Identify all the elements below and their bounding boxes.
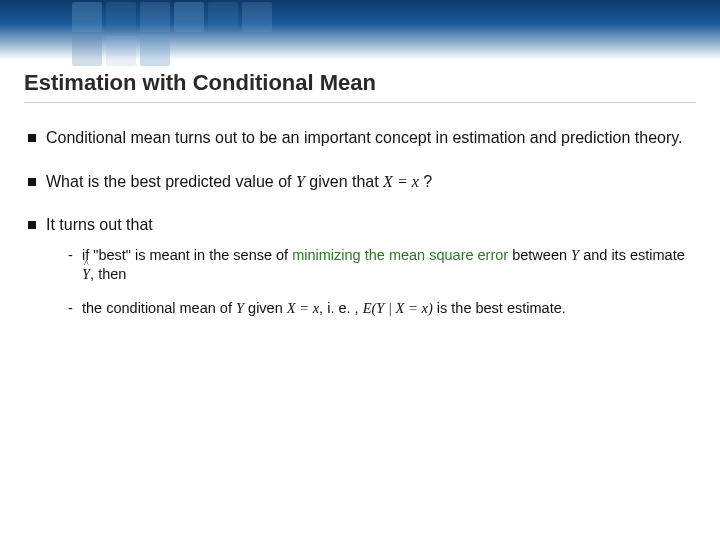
- b2-mid: given that: [305, 173, 383, 190]
- sub-bullets: - if "best" is meant in the sense of min…: [68, 246, 692, 319]
- bullet-1: Conditional mean turns out to be an impo…: [28, 127, 692, 149]
- b2-pre: What is the best predicted value of: [46, 173, 296, 190]
- bullet-2-text: What is the best predicted value of Y gi…: [46, 171, 692, 193]
- sub-bullet-1-text: if "best" is meant in the sense of minim…: [82, 246, 692, 285]
- s2-ie: , i. e. ,: [319, 300, 363, 316]
- dash-icon: -: [68, 299, 82, 319]
- bullet-1-text: Conditional mean turns out to be an impo…: [46, 127, 692, 149]
- slide-content: Conditional mean turns out to be an impo…: [0, 103, 720, 332]
- bullet-3: It turns out that - if "best" is meant i…: [28, 214, 692, 332]
- y-hat-icon: Y: [82, 265, 90, 285]
- b3-text: It turns out that: [46, 216, 153, 233]
- bullet-mark-icon: [28, 134, 36, 142]
- s2-var-y: Y: [236, 300, 244, 316]
- s1-mid: between: [508, 247, 571, 263]
- dash-icon: -: [68, 246, 82, 285]
- s2-eq: X = x: [287, 300, 319, 316]
- s2-post: is the best estimate.: [433, 300, 566, 316]
- b2-var-y: Y: [296, 173, 305, 190]
- s1-highlight: minimizing the mean square error: [292, 247, 508, 263]
- slide-title: Estimation with Conditional Mean: [24, 70, 720, 96]
- s1-pre: if "best" is meant in the sense of: [82, 247, 292, 263]
- s1-post1: and its estimate: [579, 247, 685, 263]
- bullet-3-text: It turns out that - if "best" is meant i…: [46, 214, 692, 332]
- s1-var-y: Y: [571, 247, 579, 263]
- s2-given: given: [244, 300, 287, 316]
- sub-bullet-2-text: the conditional mean of Y given X = x, i…: [82, 299, 692, 319]
- s1-post2: , then: [90, 266, 126, 282]
- sub-bullet-2: - the conditional mean of Y given X = x,…: [68, 299, 692, 319]
- bullet-mark-icon: [28, 221, 36, 229]
- sub-bullet-1: - if "best" is meant in the sense of min…: [68, 246, 692, 285]
- b2-post: ?: [419, 173, 432, 190]
- s2-formula: E(Y | X = x): [363, 300, 433, 316]
- b2-eq: X = x: [383, 173, 419, 190]
- header-band: [0, 0, 720, 60]
- bullet-mark-icon: [28, 178, 36, 186]
- bullet-2: What is the best predicted value of Y gi…: [28, 171, 692, 193]
- s2-pre: the conditional mean of: [82, 300, 236, 316]
- header-decor: [70, 0, 290, 68]
